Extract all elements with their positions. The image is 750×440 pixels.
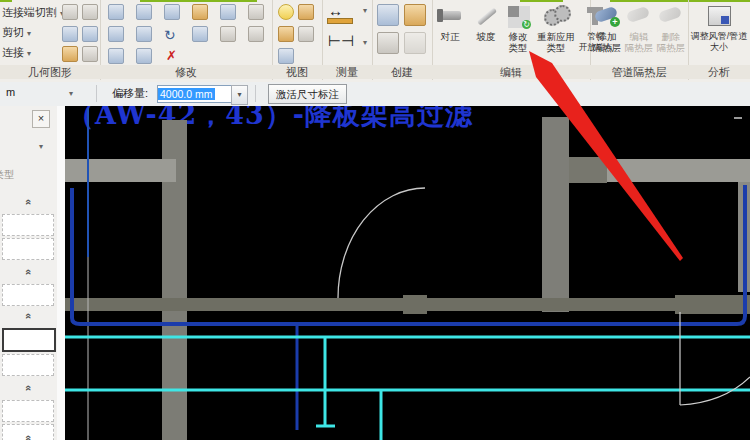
remove-insulation-button: 删除隔热层: [656, 2, 686, 64]
mirror-pick-icon[interactable]: [164, 4, 180, 20]
chevron-down-icon: ▾: [27, 29, 31, 38]
edit-insulation-icon: [626, 3, 652, 29]
panel-create: 创建: [372, 0, 433, 80]
cut-button[interactable]: 剪切▾: [2, 24, 31, 40]
activate-dimensions-button[interactable]: 激活尺寸标注: [268, 84, 347, 104]
collapse-icon[interactable]: «: [26, 428, 32, 440]
paste-icon[interactable]: [62, 4, 78, 20]
move-icon[interactable]: [108, 26, 124, 42]
modify-type-button[interactable]: ↻ 修改类型: [502, 2, 534, 64]
property-cell[interactable]: [2, 214, 54, 236]
application-window: 连接端切割▾ 剪切▾ 连接▾ 几何图形 ↻: [0, 0, 750, 440]
array-icon[interactable]: [220, 26, 236, 42]
edit-pencil-icon[interactable]: [62, 46, 78, 62]
scale-icon[interactable]: [136, 48, 152, 64]
property-cell[interactable]: [2, 354, 54, 376]
options-bar: m ▾ 偏移量: 4000.0 mm ▾ 激活尺寸标注: [0, 82, 750, 107]
box-icon[interactable]: [82, 4, 98, 20]
chevron-down-icon[interactable]: ▾: [39, 142, 43, 151]
justify-button[interactable]: 对正: [436, 2, 464, 64]
resize-duct-pipe-icon: [706, 3, 732, 29]
chevron-down-icon[interactable]: ▾: [363, 38, 367, 47]
collapse-icon[interactable]: «: [26, 378, 32, 396]
hammer-icon[interactable]: [82, 46, 98, 62]
align-dim-icon[interactable]: [220, 4, 236, 20]
split-icon[interactable]: [108, 48, 124, 64]
resize-duct-pipe-button[interactable]: 调整风管/管道大小: [690, 2, 748, 64]
paint-icon[interactable]: [278, 26, 294, 42]
edit-type-label: 类型: [0, 168, 14, 182]
offset-dropdown-button[interactable]: ▾: [231, 85, 248, 105]
selection-box-icon[interactable]: [278, 48, 294, 64]
create-similar-icon[interactable]: [404, 4, 426, 26]
pipe-blue-main: [72, 185, 745, 324]
slope-button[interactable]: 坡度: [472, 2, 500, 64]
collapse-icon[interactable]: «: [26, 192, 32, 210]
panel-view: 视图: [272, 0, 323, 80]
offset-input[interactable]: 4000.0 mm: [157, 85, 233, 103]
join-button[interactable]: 连接▾: [2, 44, 31, 60]
panel-analysis: 调整风管/管道大小 分析: [688, 0, 750, 80]
panel-geometry: 连接端切割▾ 剪切▾ 连接▾ 几何图形: [0, 0, 101, 80]
reapply-type-gears-icon: [543, 3, 569, 29]
properties-palette: × ▾ 类型 « « « « «: [0, 106, 58, 440]
panel-label-modify: 修改: [100, 65, 272, 79]
close-icon[interactable]: ×: [32, 110, 50, 128]
modify-type-icon: ↻: [505, 3, 531, 29]
create-group-icon[interactable]: [377, 4, 399, 26]
ruler-icon: [327, 18, 353, 24]
chevron-down-icon[interactable]: ▾: [363, 6, 367, 15]
panel-edit: 对正 坡度 ↻ 修改类型 重新应用类型 管帽开放端点 编辑: [432, 0, 591, 80]
panel-label-analysis: 分析: [688, 65, 750, 79]
align-icon[interactable]: [108, 4, 124, 20]
cope-icon[interactable]: [82, 26, 98, 42]
pin-icon[interactable]: [248, 26, 264, 42]
rotate-icon[interactable]: ↻: [164, 27, 176, 43]
delete-icon[interactable]: ✗: [166, 48, 177, 63]
panel-measure: ↔ ▾ ⊢⊣ ▾ 测量: [322, 0, 373, 80]
panel-modify: ↻ ✗ 修改: [100, 0, 273, 80]
linework-brush-icon[interactable]: [298, 4, 314, 20]
split-face-icon[interactable]: [62, 26, 78, 42]
reapply-type-button[interactable]: 重新应用类型: [536, 2, 576, 64]
property-cell-selected[interactable]: [2, 328, 56, 352]
edit-insulation-button: 编辑隔热层: [624, 2, 654, 64]
chevron-down-icon[interactable]: ▾: [69, 89, 73, 98]
offset-label: 偏移量:: [112, 86, 148, 101]
property-cell[interactable]: [2, 400, 54, 422]
unpin-icon[interactable]: [248, 4, 264, 20]
panel-label-pipe-insulation: 管道隔热层: [590, 65, 688, 79]
panel-label-edit: 编辑: [432, 65, 590, 79]
panel-label-geometry: 几何图形: [0, 65, 100, 79]
pipe-linework: [65, 106, 750, 440]
trim-icon[interactable]: [192, 26, 208, 42]
cut-connection-end-button[interactable]: 连接端切割▾: [2, 4, 64, 20]
palette-gutter: [57, 106, 65, 440]
create-parts-icon[interactable]: [404, 32, 426, 54]
add-insulation-button[interactable]: + 添加隔热层: [592, 2, 622, 64]
add-insulation-icon: +: [594, 3, 620, 29]
lightbulb-icon[interactable]: [278, 4, 294, 20]
measure-icon[interactable]: ↔: [328, 2, 343, 19]
cutaway-icon[interactable]: [298, 26, 314, 42]
copy-icon[interactable]: [136, 26, 152, 42]
justify-icon: [437, 3, 463, 29]
panel-label-view: 视图: [272, 65, 322, 79]
offset-icon[interactable]: [136, 4, 152, 20]
ribbon: 连接端切割▾ 剪切▾ 连接▾ 几何图形 ↻: [0, 0, 750, 84]
property-cell[interactable]: [2, 238, 54, 260]
create-assembly-icon[interactable]: [377, 32, 399, 54]
collapse-icon[interactable]: «: [26, 262, 32, 280]
drawing-viewport[interactable]: （AW-42，43）-降板架高过滤: [65, 106, 750, 440]
remove-insulation-icon: [658, 3, 684, 29]
mirror-draw-icon[interactable]: [192, 4, 208, 20]
door-swing-arc-left: [338, 188, 425, 298]
collapse-icon[interactable]: «: [26, 306, 32, 324]
dimension-icon[interactable]: ⊢⊣: [328, 32, 354, 50]
chevron-down-icon: ▾: [27, 49, 31, 58]
property-cell[interactable]: [2, 284, 54, 306]
separator: [255, 85, 256, 102]
unit-dropdown-partial[interactable]: m: [6, 86, 15, 98]
panel-label-create: 创建: [372, 65, 432, 79]
panel-pipe-insulation: + 添加隔热层 编辑隔热层 删除隔热层 管道隔热层: [590, 0, 689, 80]
